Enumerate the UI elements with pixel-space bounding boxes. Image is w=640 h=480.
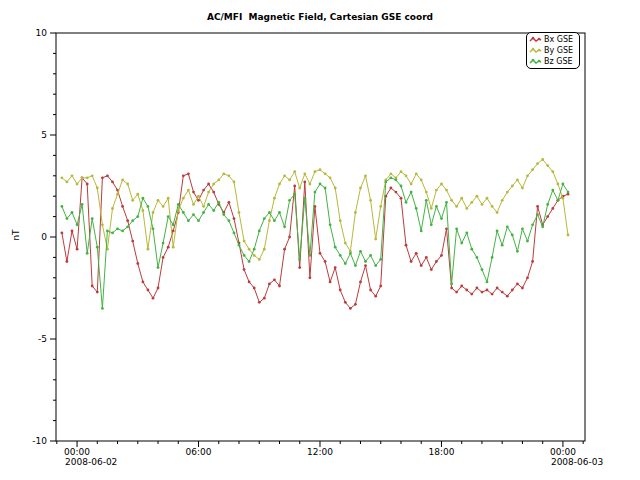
y-tick-label: -10 bbox=[32, 436, 47, 446]
legend-item-label: Bx GSE bbox=[544, 34, 573, 45]
x-tick-label: 12:00 bbox=[307, 447, 333, 457]
x-tick-label: 18:00 bbox=[428, 447, 454, 457]
axes bbox=[50, 33, 585, 447]
y-tick-label: -5 bbox=[38, 334, 47, 344]
x-tick-label: 00:00 bbox=[550, 447, 576, 457]
y-tick-label: 5 bbox=[41, 130, 47, 140]
legend-item: Bz GSE bbox=[529, 56, 579, 67]
series-bz-gse bbox=[61, 176, 570, 309]
legend-item-label: Bz GSE bbox=[544, 56, 573, 67]
y-tick-label: 0 bbox=[41, 232, 47, 242]
legend-item: By GSE bbox=[529, 45, 579, 56]
legend-item: Bx GSE bbox=[529, 34, 579, 45]
legend-item-label: By GSE bbox=[544, 45, 573, 56]
chart-svg: 1050-5-1000:002008-06-0206:0012:0018:000… bbox=[0, 0, 640, 480]
x-tick-label: 00:00 bbox=[64, 447, 90, 457]
legend: Bx GSE By GSE Bz GSE bbox=[526, 32, 580, 69]
bz-line-sample-icon bbox=[529, 57, 542, 66]
x-date-label: 2008-06-03 bbox=[551, 457, 603, 467]
by-line-sample-icon bbox=[529, 46, 542, 55]
bx-line-sample-icon bbox=[529, 35, 542, 44]
x-date-label: 2008-06-02 bbox=[65, 457, 117, 467]
y-tick-label: 10 bbox=[36, 28, 48, 38]
plot-window: AC/MFI Magnetic Field, Cartesian GSE coo… bbox=[0, 0, 640, 480]
x-tick-label: 06:00 bbox=[186, 447, 212, 457]
